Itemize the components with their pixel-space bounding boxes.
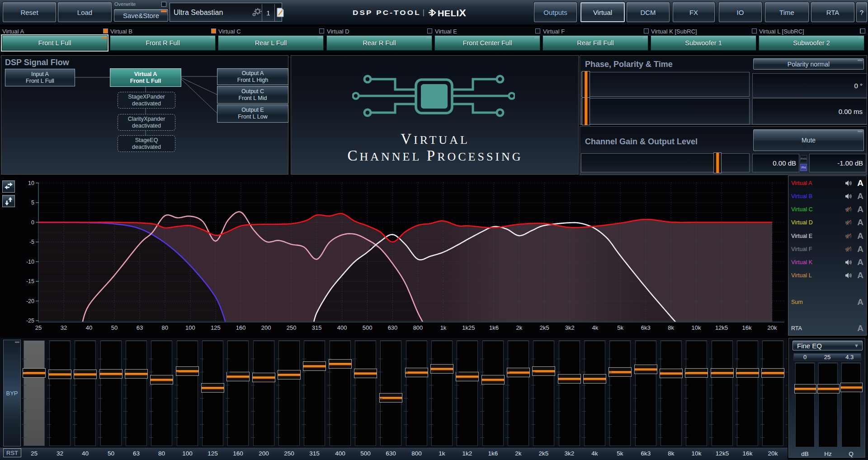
svg-text:-15: -15 [26, 278, 34, 285]
svg-text:630: 630 [388, 324, 398, 331]
svg-text:32: 32 [61, 324, 67, 331]
svg-text:2k: 2k [516, 324, 523, 331]
svg-text:12k5: 12k5 [715, 324, 728, 331]
svg-text:1k: 1k [440, 324, 447, 331]
svg-text:2k5: 2k5 [540, 324, 549, 331]
svg-text:40: 40 [86, 324, 92, 331]
svg-text:400: 400 [337, 324, 347, 331]
svg-text:16k: 16k [742, 324, 752, 331]
svg-text:10: 10 [28, 180, 34, 186]
svg-text:1k25: 1k25 [462, 324, 475, 331]
svg-text:5: 5 [31, 199, 34, 206]
svg-text:1k6: 1k6 [489, 324, 499, 331]
svg-text:-10: -10 [26, 259, 34, 265]
svg-text:-20: -20 [26, 298, 34, 304]
svg-text:315: 315 [312, 324, 322, 331]
svg-text:200: 200 [261, 324, 271, 331]
svg-text:500: 500 [363, 324, 373, 331]
svg-text:5k: 5k [617, 324, 623, 331]
svg-text:25: 25 [35, 324, 42, 331]
svg-text:80: 80 [162, 324, 168, 331]
svg-text:6k3: 6k3 [641, 324, 651, 331]
svg-text:4k: 4k [592, 324, 598, 331]
svg-text:-5: -5 [29, 239, 34, 245]
svg-text:0: 0 [31, 219, 34, 226]
svg-text:160: 160 [236, 324, 246, 331]
svg-text:100: 100 [185, 324, 195, 331]
svg-text:3k2: 3k2 [565, 324, 575, 331]
svg-text:20k: 20k [768, 324, 777, 331]
svg-text:-25: -25 [26, 318, 34, 324]
svg-text:800: 800 [413, 324, 423, 331]
svg-text:10k: 10k [692, 324, 701, 331]
svg-text:125: 125 [211, 324, 221, 331]
svg-text:63: 63 [137, 324, 143, 331]
svg-text:8k: 8k [668, 324, 674, 331]
svg-text:250: 250 [287, 324, 297, 331]
svg-text:50: 50 [111, 324, 118, 331]
